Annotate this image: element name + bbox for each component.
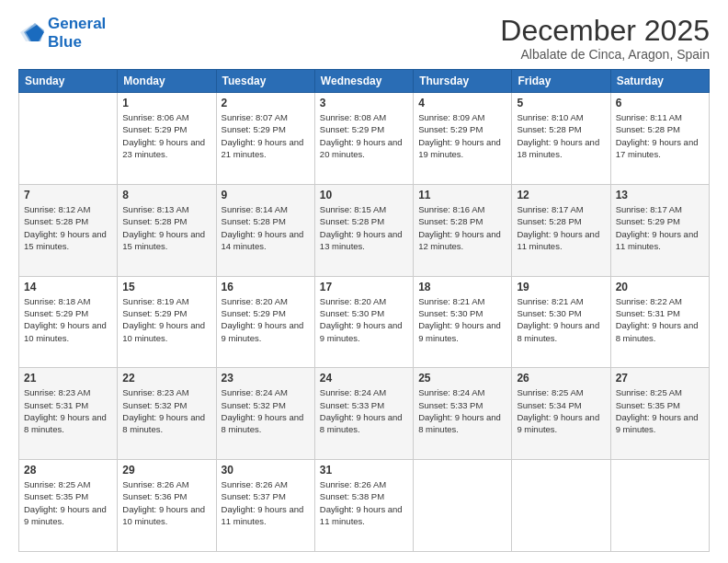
day-info: Sunrise: 8:25 AM Sunset: 5:34 PM Dayligh…: [517, 386, 605, 435]
day-info: Sunrise: 8:07 AM Sunset: 5:29 PM Dayligh…: [222, 111, 310, 160]
calendar-cell: 26Sunrise: 8:25 AM Sunset: 5:34 PM Dayli…: [512, 368, 610, 460]
day-number: 27: [616, 372, 704, 385]
day-info: Sunrise: 8:25 AM Sunset: 5:35 PM Dayligh…: [24, 478, 112, 527]
day-info: Sunrise: 8:24 AM Sunset: 5:33 PM Dayligh…: [320, 386, 408, 435]
day-number: 15: [122, 281, 210, 293]
calendar-cell: 2Sunrise: 8:07 AM Sunset: 5:29 PM Daylig…: [216, 93, 314, 185]
header-monday: Monday: [118, 70, 216, 93]
day-number: 10: [320, 189, 408, 201]
calendar-cell: 13Sunrise: 8:17 AM Sunset: 5:29 PM Dayli…: [610, 184, 709, 276]
day-number: 17: [320, 281, 408, 293]
calendar-cell: 27Sunrise: 8:25 AM Sunset: 5:35 PM Dayli…: [610, 368, 709, 460]
calendar-cell: 22Sunrise: 8:23 AM Sunset: 5:32 PM Dayli…: [118, 368, 216, 460]
logo-icon: [18, 23, 44, 43]
calendar-cell: 25Sunrise: 8:24 AM Sunset: 5:33 PM Dayli…: [414, 368, 512, 460]
day-info: Sunrise: 8:09 AM Sunset: 5:29 PM Dayligh…: [418, 111, 506, 160]
day-info: Sunrise: 8:26 AM Sunset: 5:37 PM Dayligh…: [222, 478, 310, 527]
calendar-cell: 19Sunrise: 8:21 AM Sunset: 5:30 PM Dayli…: [512, 276, 610, 368]
day-info: Sunrise: 8:24 AM Sunset: 5:33 PM Dayligh…: [418, 386, 506, 435]
day-number: 7: [24, 189, 112, 201]
day-number: 3: [320, 97, 408, 109]
location: Albalate de Cinca, Aragon, Spain: [500, 47, 710, 62]
calendar-cell: 1Sunrise: 8:06 AM Sunset: 5:29 PM Daylig…: [118, 93, 216, 185]
day-info: Sunrise: 8:20 AM Sunset: 5:29 PM Dayligh…: [222, 295, 310, 344]
day-info: Sunrise: 8:06 AM Sunset: 5:29 PM Dayligh…: [122, 111, 210, 160]
day-info: Sunrise: 8:25 AM Sunset: 5:35 PM Dayligh…: [616, 386, 704, 435]
day-number: 31: [320, 464, 408, 477]
calendar-cell: [19, 93, 118, 185]
week-row-2: 7Sunrise: 8:12 AM Sunset: 5:28 PM Daylig…: [19, 184, 710, 276]
day-info: Sunrise: 8:08 AM Sunset: 5:29 PM Dayligh…: [320, 111, 408, 160]
calendar-cell: 12Sunrise: 8:17 AM Sunset: 5:28 PM Dayli…: [512, 184, 610, 276]
day-info: Sunrise: 8:18 AM Sunset: 5:29 PM Dayligh…: [24, 295, 112, 344]
calendar-cell: 8Sunrise: 8:13 AM Sunset: 5:28 PM Daylig…: [118, 184, 216, 276]
day-number: 22: [122, 372, 210, 385]
day-number: 21: [24, 372, 112, 385]
day-info: Sunrise: 8:20 AM Sunset: 5:30 PM Dayligh…: [320, 295, 408, 344]
calendar-cell: 29Sunrise: 8:26 AM Sunset: 5:36 PM Dayli…: [118, 460, 216, 552]
header-sunday: Sunday: [19, 70, 118, 93]
calendar-cell: 7Sunrise: 8:12 AM Sunset: 5:28 PM Daylig…: [19, 184, 118, 276]
calendar-cell: 11Sunrise: 8:16 AM Sunset: 5:28 PM Dayli…: [414, 184, 512, 276]
day-info: Sunrise: 8:17 AM Sunset: 5:28 PM Dayligh…: [517, 203, 605, 252]
day-number: 29: [122, 464, 210, 477]
calendar-cell: 10Sunrise: 8:15 AM Sunset: 5:28 PM Dayli…: [314, 184, 413, 276]
calendar-cell: 28Sunrise: 8:25 AM Sunset: 5:35 PM Dayli…: [19, 460, 118, 552]
calendar-cell: 3Sunrise: 8:08 AM Sunset: 5:29 PM Daylig…: [314, 93, 413, 185]
day-info: Sunrise: 8:16 AM Sunset: 5:28 PM Dayligh…: [418, 203, 506, 252]
day-info: Sunrise: 8:10 AM Sunset: 5:28 PM Dayligh…: [517, 111, 605, 160]
week-row-1: 1Sunrise: 8:06 AM Sunset: 5:29 PM Daylig…: [19, 93, 710, 185]
page: General Blue December 2025 Albalate de C…: [0, 0, 728, 563]
calendar-cell: 4Sunrise: 8:09 AM Sunset: 5:29 PM Daylig…: [414, 93, 512, 185]
logo-text: General Blue: [48, 15, 106, 51]
calendar-cell: 17Sunrise: 8:20 AM Sunset: 5:30 PM Dayli…: [314, 276, 413, 368]
week-row-4: 21Sunrise: 8:23 AM Sunset: 5:31 PM Dayli…: [19, 368, 710, 460]
day-info: Sunrise: 8:23 AM Sunset: 5:32 PM Dayligh…: [122, 386, 210, 435]
day-number: 5: [517, 97, 605, 109]
week-row-3: 14Sunrise: 8:18 AM Sunset: 5:29 PM Dayli…: [19, 276, 710, 368]
day-number: 4: [418, 97, 506, 109]
calendar-cell: 5Sunrise: 8:10 AM Sunset: 5:28 PM Daylig…: [512, 93, 610, 185]
day-number: 9: [222, 189, 310, 201]
day-number: 16: [222, 281, 310, 293]
calendar-cell: 21Sunrise: 8:23 AM Sunset: 5:31 PM Dayli…: [19, 368, 118, 460]
day-info: Sunrise: 8:21 AM Sunset: 5:30 PM Dayligh…: [517, 295, 605, 344]
day-number: 25: [418, 372, 506, 385]
day-info: Sunrise: 8:19 AM Sunset: 5:29 PM Dayligh…: [122, 295, 210, 344]
day-number: 8: [122, 189, 210, 201]
day-number: 20: [616, 281, 704, 293]
calendar-cell: 15Sunrise: 8:19 AM Sunset: 5:29 PM Dayli…: [118, 276, 216, 368]
day-number: 13: [616, 189, 704, 201]
day-info: Sunrise: 8:13 AM Sunset: 5:28 PM Dayligh…: [122, 203, 210, 252]
day-info: Sunrise: 8:15 AM Sunset: 5:28 PM Dayligh…: [320, 203, 408, 252]
calendar-cell: 6Sunrise: 8:11 AM Sunset: 5:28 PM Daylig…: [610, 93, 709, 185]
day-number: 1: [122, 97, 210, 109]
header-saturday: Saturday: [610, 70, 709, 93]
day-info: Sunrise: 8:26 AM Sunset: 5:38 PM Dayligh…: [320, 478, 408, 527]
calendar-cell: [512, 460, 610, 552]
header-friday: Friday: [512, 70, 610, 93]
calendar-cell: [610, 460, 709, 552]
header-thursday: Thursday: [414, 70, 512, 93]
day-number: 23: [222, 372, 310, 385]
day-number: 26: [517, 372, 605, 385]
month-title: December 2025: [500, 15, 710, 47]
day-number: 30: [222, 464, 310, 477]
calendar-table: Sunday Monday Tuesday Wednesday Thursday…: [18, 69, 710, 552]
day-info: Sunrise: 8:22 AM Sunset: 5:31 PM Dayligh…: [616, 295, 704, 344]
weekday-header-row: Sunday Monday Tuesday Wednesday Thursday…: [19, 70, 710, 93]
calendar-cell: 24Sunrise: 8:24 AM Sunset: 5:33 PM Dayli…: [314, 368, 413, 460]
day-info: Sunrise: 8:23 AM Sunset: 5:31 PM Dayligh…: [24, 386, 112, 435]
calendar-cell: 30Sunrise: 8:26 AM Sunset: 5:37 PM Dayli…: [216, 460, 314, 552]
calendar-cell: [414, 460, 512, 552]
day-info: Sunrise: 8:11 AM Sunset: 5:28 PM Dayligh…: [616, 111, 704, 160]
day-number: 18: [418, 281, 506, 293]
header-wednesday: Wednesday: [314, 70, 413, 93]
day-info: Sunrise: 8:12 AM Sunset: 5:28 PM Dayligh…: [24, 203, 112, 252]
day-number: 11: [418, 189, 506, 201]
calendar-cell: 20Sunrise: 8:22 AM Sunset: 5:31 PM Dayli…: [610, 276, 709, 368]
day-info: Sunrise: 8:24 AM Sunset: 5:32 PM Dayligh…: [222, 386, 310, 435]
day-number: 2: [222, 97, 310, 109]
week-row-5: 28Sunrise: 8:25 AM Sunset: 5:35 PM Dayli…: [19, 460, 710, 552]
day-number: 28: [24, 464, 112, 477]
